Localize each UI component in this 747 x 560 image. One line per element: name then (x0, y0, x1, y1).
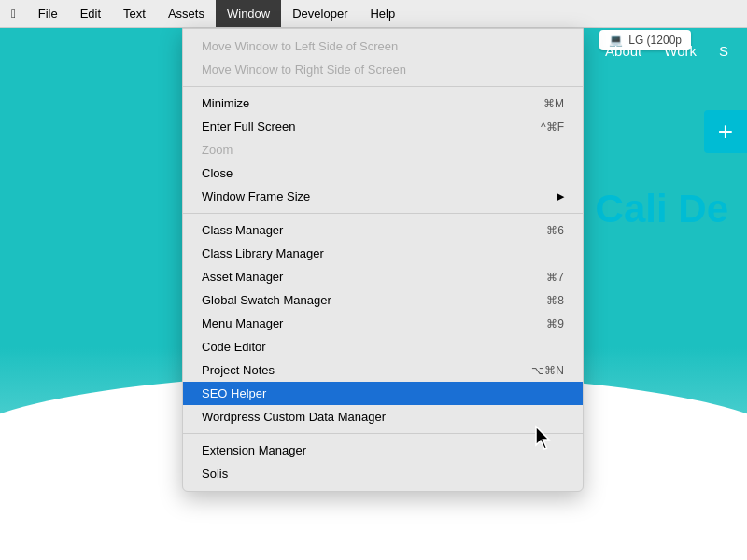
menu-item-seo-helper[interactable]: SEO Helper (183, 382, 583, 405)
separator-3 (183, 433, 583, 434)
menu-item-move-right[interactable]: Move Window to Right Side of Screen (183, 58, 583, 81)
menu-item-wp-data-manager-label: Wordpress Custom Data Manager (202, 410, 386, 424)
menu-item-code-editor[interactable]: Code Editor (183, 335, 583, 358)
menu-item-menu-manager[interactable]: Menu Manager ⌘9 (183, 312, 583, 335)
menu-item-move-right-label: Move Window to Right Side of Screen (202, 63, 406, 77)
menu-item-wp-data-manager[interactable]: Wordpress Custom Data Manager (183, 405, 583, 428)
menubar-item-window[interactable]: Window (216, 0, 281, 27)
menu-item-close-label: Close (202, 166, 233, 180)
menubar-item-assets[interactable]: Assets (157, 0, 216, 27)
menu-item-class-manager-shortcut: ⌘6 (546, 224, 564, 237)
menu-item-asset-manager[interactable]: Asset Manager ⌘7 (183, 265, 583, 288)
menu-item-move-left[interactable]: Move Window to Left Side of Screen (183, 35, 583, 58)
menubar-item-apple[interactable]:  (0, 0, 27, 27)
menu-item-extension-manager-label: Extension Manager (202, 443, 306, 457)
menu-item-fullscreen[interactable]: Enter Full Screen ^⌘F (183, 115, 583, 138)
menu-item-solis[interactable]: Solis (183, 462, 583, 485)
menu-item-extension-manager[interactable]: Extension Manager (183, 439, 583, 462)
menu-item-close[interactable]: Close (183, 161, 583, 185)
site-navbar: About Work S (586, 28, 747, 74)
window-dropdown-menu: Move Window to Left Side of Screen Move … (182, 28, 584, 492)
menubar-item-text[interactable]: Text (112, 0, 157, 27)
menu-item-frame-size-label: Window Frame Size (202, 189, 310, 203)
menu-item-frame-size[interactable]: Window Frame Size ▶ (183, 185, 583, 208)
site-heading: Cali De (596, 187, 728, 231)
menu-item-zoom-label: Zoom (202, 143, 233, 157)
menu-item-project-notes-shortcut: ⌥⌘N (531, 364, 564, 377)
menubar-item-file[interactable]: File (27, 0, 69, 27)
menu-item-menu-manager-label: Menu Manager (202, 316, 283, 330)
menubar-item-developer[interactable]: Developer (281, 0, 359, 27)
menu-item-move-left-label: Move Window to Left Side of Screen (202, 39, 398, 53)
menubar:  File Edit Text Assets Window Developer… (0, 0, 747, 28)
menu-item-zoom[interactable]: Zoom (183, 138, 583, 161)
menu-item-swatch-manager-label: Global Swatch Manager (202, 293, 331, 307)
menu-item-solis-label: Solis (202, 467, 228, 481)
menu-item-code-editor-label: Code Editor (202, 340, 266, 354)
menu-item-class-library[interactable]: Class Library Manager (183, 242, 583, 265)
menu-item-minimize[interactable]: Minimize ⌘M (183, 91, 583, 115)
separator-2 (183, 213, 583, 214)
menu-item-asset-manager-shortcut: ⌘7 (546, 271, 564, 284)
menu-item-fullscreen-shortcut: ^⌘F (541, 120, 564, 133)
menubar-item-edit[interactable]: Edit (69, 0, 112, 27)
menu-item-class-manager[interactable]: Class Manager ⌘6 (183, 218, 583, 242)
menu-item-minimize-label: Minimize (202, 96, 249, 110)
menu-item-swatch-manager-shortcut: ⌘8 (546, 294, 564, 307)
menu-item-class-library-label: Class Library Manager (202, 246, 324, 260)
menu-item-fullscreen-label: Enter Full Screen (202, 119, 295, 133)
menubar-item-help[interactable]: Help (359, 0, 406, 27)
menu-item-menu-manager-shortcut: ⌘9 (546, 317, 564, 330)
nav-item-work[interactable]: Work (664, 43, 697, 59)
separator-1 (183, 86, 583, 87)
plus-button-top[interactable]: + (704, 110, 747, 153)
menu-item-class-manager-label: Class Manager (202, 223, 283, 237)
submenu-arrow-icon: ▶ (557, 190, 564, 203)
nav-item-about[interactable]: About (605, 43, 641, 59)
menu-item-project-notes-label: Project Notes (202, 363, 275, 377)
menu-item-asset-manager-label: Asset Manager (202, 270, 283, 284)
menu-item-swatch-manager[interactable]: Global Swatch Manager ⌘8 (183, 288, 583, 312)
plus-icon: + (718, 117, 733, 147)
menu-item-seo-helper-label: SEO Helper (202, 386, 266, 400)
nav-item-s[interactable]: S (719, 43, 728, 59)
menu-item-minimize-shortcut: ⌘M (543, 97, 564, 110)
menu-item-project-notes[interactable]: Project Notes ⌥⌘N (183, 358, 583, 382)
